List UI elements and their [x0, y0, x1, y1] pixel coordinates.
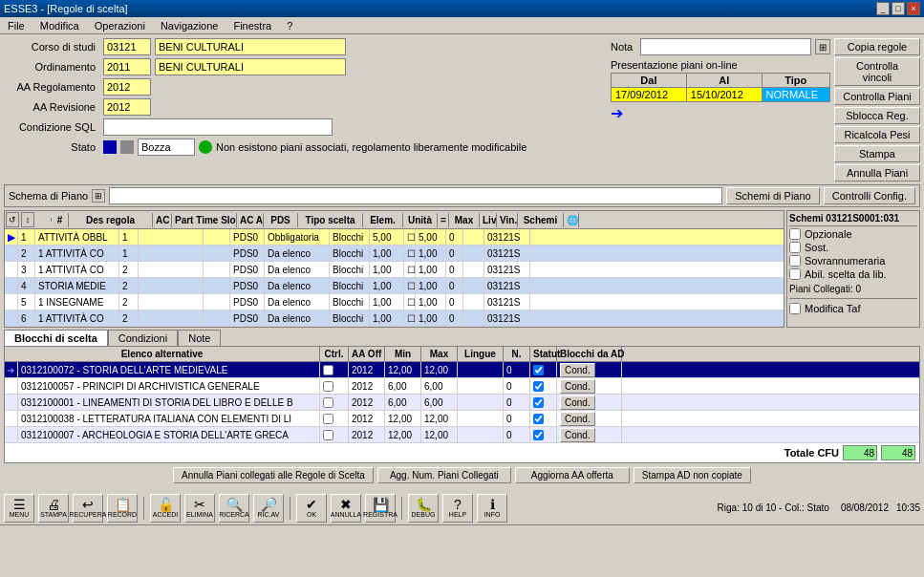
toolbar-annulla[interactable]: ✖ ANNULLA [331, 494, 361, 523]
corso-name-input[interactable] [155, 38, 346, 55]
table-row[interactable]: 6 1 ATTIVITÀ CO 2 PDS0 Da elenco Blocchi… [5, 310, 784, 327]
totale-max-input[interactable] [881, 445, 915, 460]
bg-stat-check-5[interactable] [533, 430, 544, 440]
cond-button-5[interactable]: Cond. [560, 428, 595, 442]
bottom-table-row[interactable]: ➔ 0312100072 - STORIA DELL'ARTE MEDIEVAL… [5, 362, 919, 378]
maximize-button[interactable]: □ [892, 2, 905, 15]
modifica-taf-checkbox[interactable] [789, 303, 801, 314]
copia-regole-button[interactable]: Copia regole [834, 38, 920, 55]
row-num-1: 1 [18, 229, 35, 245]
toolbar-debug[interactable]: 🐛 DEBUG [408, 494, 439, 523]
abil-checkbox[interactable] [789, 268, 801, 280]
toolbar-menu[interactable]: ☰ MENU [4, 494, 34, 523]
aggiorna-aa-button[interactable]: Aggiorna AA offerta [515, 467, 630, 483]
elimina-icon: ✂ [194, 498, 205, 511]
toolbar-help[interactable]: ? HELP [442, 494, 473, 523]
bottom-table-row[interactable]: 0312100057 - PRINCIPI DI ARCHIVISTICA GE… [5, 378, 919, 395]
ordinamento-label: Ordinamento [4, 61, 99, 73]
toolbar-registra[interactable]: 💾 REGISTRA [365, 494, 396, 523]
pres-row[interactable]: 17/09/2012 15/10/2012 NORMALE [612, 88, 830, 102]
row-schemi-6: 03121S [484, 310, 530, 326]
ricalcola-pesi-button[interactable]: Ricalcola Pesi [834, 126, 920, 143]
row-des-3: 1 ATTIVITÀ CO [35, 262, 119, 277]
bottom-table-row[interactable]: 0312100007 - ARCHEOLOGIA E STORIA DELL'A… [5, 427, 919, 443]
grid-sort-icon[interactable]: ↕ [21, 212, 34, 227]
bg-stat-2 [530, 378, 557, 394]
bg-lingue-3 [458, 395, 504, 410]
table-row[interactable]: 5 1 INSEGNAME 2 PDS0 Da elenco Blocchi 1… [5, 294, 784, 310]
ordinamento-year-input[interactable] [103, 58, 151, 75]
nota-input[interactable] [640, 38, 811, 55]
bg-ctrl-check-1[interactable] [323, 365, 333, 375]
controlli-config-button[interactable]: Controlli Config. [824, 187, 915, 204]
table-row[interactable]: 3 1 ATTIVITÀ CO 2 PDS0 Da elenco Blocchi… [5, 262, 784, 278]
corso-code-input[interactable] [103, 38, 151, 55]
toolbar-accedi[interactable]: 🔓 ACCEDI [150, 494, 181, 523]
bg-ctrl-check-5[interactable] [323, 430, 333, 440]
sblocca-reg-button[interactable]: Sblocca Reg. [834, 107, 920, 124]
table-row[interactable]: 2 1 ATTIVITÀ CO 1 PDS0 Da elenco Blocchi… [5, 246, 784, 262]
agg-num-button[interactable]: Agg. Num. Piani Collegati [377, 467, 511, 483]
toolbar-ricav[interactable]: 🔎 RIC.AV [253, 494, 284, 523]
annulla-piani-collegati-button[interactable]: Annulla Piani collegati alle Regole di S… [173, 467, 374, 483]
toolbar-stampa[interactable]: 🖨 STAMPA [38, 494, 69, 523]
bottom-table-row[interactable]: 0312100038 - LETTERATURA ITALIANA CON EL… [5, 411, 919, 427]
menu-help[interactable]: ? [283, 19, 296, 32]
toolbar-info[interactable]: ℹ INFO [477, 494, 507, 523]
menu-modifica[interactable]: Modifica [36, 19, 83, 32]
cond-button-2[interactable]: Cond. [560, 379, 595, 394]
bg-stat-check-1[interactable] [533, 365, 544, 375]
schema-input[interactable] [109, 187, 722, 204]
schemi-di-piano-button[interactable]: Schemi di Piano [726, 187, 820, 204]
cond-button-3[interactable]: Cond. [560, 395, 595, 410]
tab-condizioni[interactable]: Condizioni [108, 330, 178, 346]
opzionale-checkbox[interactable] [789, 228, 801, 240]
stampa-ad-button[interactable]: Stampa AD non copiate [634, 467, 751, 483]
bottom-table-row[interactable]: 0312100001 - LINEAMENTI DI STORIA DEL LI… [5, 395, 919, 411]
tab-blocchi[interactable]: Blocchi di scelta [4, 330, 108, 346]
bg-stat-check-3[interactable] [533, 397, 544, 408]
aa-revisione-input[interactable] [103, 98, 151, 116]
minimize-button[interactable]: _ [876, 2, 890, 15]
menu-file[interactable]: File [4, 19, 29, 32]
status-date: 08/08/2012 [841, 502, 889, 513]
table-row[interactable]: 4 STORIA MEDIE 2 PDS0 Da elenco Blocchi … [5, 278, 784, 294]
controlla-vincoli-button[interactable]: Controlla vincoli [834, 57, 920, 86]
menu-operazioni[interactable]: Operazioni [91, 19, 149, 32]
cond-button-1[interactable]: Cond. [560, 363, 595, 377]
sovrannumeraria-checkbox[interactable] [789, 255, 801, 267]
schema-icon[interactable]: ⊞ [92, 189, 105, 203]
cond-button-4[interactable]: Cond. [560, 412, 595, 426]
table-row[interactable]: ▶ 1 ATTIVITÀ OBBL 1 PDS0 Obbligatoria Bl… [5, 229, 784, 246]
tab-note[interactable]: Note [178, 330, 221, 346]
grid-refresh-icon[interactable]: ↺ [6, 212, 19, 227]
toolbar-recupera[interactable]: ↩ RECUPERA [73, 494, 103, 523]
sost-checkbox[interactable] [789, 242, 801, 253]
totale-min-input[interactable] [843, 445, 877, 460]
bg-stat-check-4[interactable] [533, 414, 544, 424]
aa-regolamento-input[interactable] [103, 78, 151, 96]
menu-navigazione[interactable]: Navigazione [157, 19, 223, 32]
controlla-piani-button[interactable]: Controlla Piani [834, 88, 920, 105]
condizione-sql-input[interactable] [103, 118, 333, 136]
bg-stat-check-2[interactable] [533, 381, 544, 392]
toolbar-ricerca[interactable]: 🔍 RICERCA [219, 494, 249, 523]
toolbar-elimina[interactable]: ✂ ELIMINA [184, 494, 215, 523]
ordinamento-name-input[interactable] [155, 58, 346, 75]
toolbar-ok[interactable]: ✔ OK [296, 494, 327, 523]
menu-finestra[interactable]: Finestra [229, 19, 275, 32]
toolbar-record[interactable]: 📋 RECORD [107, 494, 138, 523]
bg-ctrl-check-3[interactable] [323, 397, 333, 408]
tab-bar: Blocchi di scelta Condizioni Note [4, 330, 920, 346]
row-schemi-1: 03121S [484, 229, 530, 245]
close-button[interactable]: × [907, 2, 920, 15]
stato-message: Non esistono piani associati, regolament… [216, 141, 526, 153]
stato-input[interactable] [138, 139, 195, 156]
nota-icon[interactable]: ⊞ [815, 39, 830, 54]
stampa-button[interactable]: Stampa [834, 145, 920, 162]
grid-header-globe: 🌐 [564, 213, 579, 227]
bg-ctrl-check-2[interactable] [323, 381, 333, 392]
annulla-piani-button[interactable]: Annulla Piani [834, 164, 920, 182]
bg-ctrl-check-4[interactable] [323, 414, 333, 424]
grid-header-ac: AC [153, 213, 172, 227]
